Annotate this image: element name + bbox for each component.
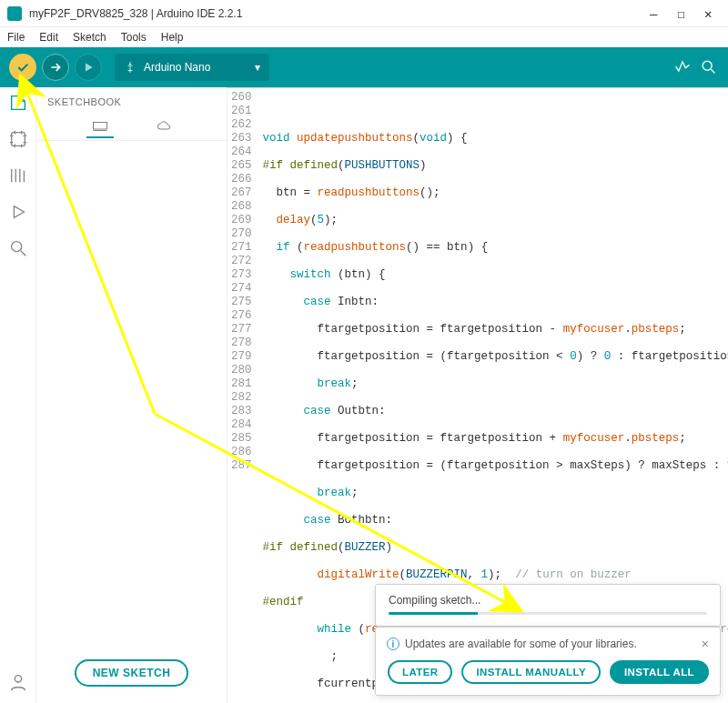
verify-button[interactable] [9,54,36,81]
menubar: File Edit Sketch Tools Help [0,27,728,47]
svg-rect-1 [11,133,25,146]
new-sketch-button[interactable]: NEW SKETCH [75,659,189,687]
window-titlebar: myFP2F_DRV8825_328 | Arduino IDE 2.2.1 —… [0,0,728,27]
sketchbook-local-tab[interactable] [86,116,114,138]
svg-rect-4 [93,123,106,130]
window-title: myFP2F_DRV8825_328 | Arduino IDE 2.2.1 [29,7,650,20]
later-button[interactable]: LATER [388,660,452,684]
side-panel-title: SKETCHBOOK [36,87,227,111]
menu-help[interactable]: Help [161,31,184,44]
menu-file[interactable]: File [7,31,25,44]
debug-button[interactable] [75,54,102,81]
boards-manager-tab[interactable] [8,129,28,149]
menu-tools[interactable]: Tools [121,31,147,44]
board-label: Arduino Nano [144,61,210,74]
toast-updates: i Updates are available for some of your… [375,627,721,696]
svg-point-0 [703,61,712,70]
svg-point-2 [11,242,21,252]
serial-monitor-icon[interactable] [699,57,719,78]
window-minimize-button[interactable]: — [650,8,661,19]
info-icon: i [387,638,399,650]
toast-compiling: Compiling sketch... [375,584,721,627]
library-manager-tab[interactable] [8,166,28,186]
compile-progress-bar [389,612,478,615]
upload-button[interactable] [42,54,69,81]
sketchbook-tab[interactable] [8,93,28,113]
window-close-button[interactable]: ✕ [704,8,715,19]
serial-plotter-icon[interactable] [673,57,693,78]
svg-point-3 [15,676,21,682]
toolbar: Arduino Nano ▾ [0,47,728,87]
app-icon [7,6,22,21]
side-panel: SKETCHBOOK NEW SKETCH [36,87,228,703]
window-maximize-button[interactable]: ☐ [677,8,688,19]
menu-edit[interactable]: Edit [39,31,58,44]
activity-bar [0,87,36,703]
sketchbook-cloud-tab[interactable] [150,116,177,138]
toast-compiling-message: Compiling sketch... [389,594,707,607]
chevron-down-icon: ▾ [255,61,260,74]
toast-updates-message: Updates are available for some of your l… [405,638,637,650]
usb-icon [124,61,136,74]
board-selector[interactable]: Arduino Nano ▾ [115,54,269,81]
menu-sketch[interactable]: Sketch [73,31,106,44]
install-all-button[interactable]: INSTALL ALL [610,660,709,684]
debug-tab[interactable] [8,202,28,222]
toast-close-button[interactable]: × [702,637,709,651]
account-icon[interactable] [8,672,28,692]
line-gutter: 2602612622632642652662672682692702712722… [228,88,259,703]
install-manually-button[interactable]: INSTALL MANUALLY [461,660,601,684]
search-tab[interactable] [8,238,28,258]
